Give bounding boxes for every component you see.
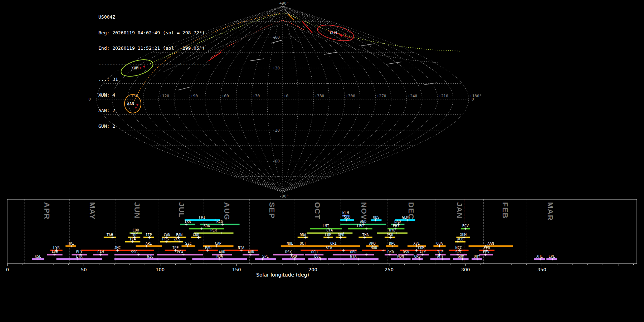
svg-text:+270: +270 [377, 94, 386, 98]
shower-label-COM: COM [418, 246, 424, 250]
shower-label-MON: MON [397, 254, 404, 258]
shower-label-DKD: DKD [387, 250, 394, 254]
shower-label-AND: AND [360, 220, 366, 224]
shower-label-ILE: ILE [437, 250, 444, 254]
shower-label-FAN: FAN [176, 233, 182, 237]
shower-label-ELY: ELY [76, 250, 83, 254]
station-id: US004Z [98, 15, 210, 20]
svg-text:+0: +0 [284, 94, 288, 98]
shower-label-PAU: PAU [205, 246, 211, 250]
month-label-MAY: MAY [88, 202, 97, 220]
shower-label-NTA: NTA [350, 254, 356, 258]
shower-label-OCT: OCT [300, 241, 306, 245]
x-tick-label: 300 [461, 267, 470, 272]
shower-label-SCC: SCC [455, 250, 462, 254]
shower-label-IEA: IEA [130, 237, 136, 241]
shower-label-QUA: QUA [436, 241, 443, 245]
svg-text:+60: +60 [273, 35, 280, 40]
shower-label-AMO: AMO [369, 241, 376, 245]
shower-label-ALY: ALY [420, 250, 426, 254]
meteor-trail [271, 40, 282, 43]
month-label-JUN: JUN [133, 202, 141, 219]
shower-label-SSG: SSG [131, 250, 137, 254]
shower-label-AHY: AHY [437, 254, 444, 258]
radiant-label-GUM: GUM [330, 31, 337, 35]
count-xum: XUM: 4 [98, 93, 210, 98]
shower-label-NIA: NIA [238, 246, 244, 250]
shower-label-TAH: TAH [107, 233, 113, 237]
shower-label-KLM: KLM [342, 211, 349, 215]
svg-text:-30: -30 [273, 128, 280, 133]
shower-label-HYD: HYD [389, 228, 395, 232]
count-unidentified: ...: 31 [98, 77, 210, 82]
shower-label-ETA: ETA [76, 254, 83, 258]
shower-label-CTA: CTA [326, 228, 333, 232]
x-tick-label: 0 [6, 267, 9, 272]
x-tick-label: 150 [232, 267, 241, 272]
shower-label-NCC: NCC [455, 246, 462, 250]
shower-label-SPE: SPE [262, 254, 269, 258]
shower-label-ECV: ECV [462, 224, 469, 228]
shower-label-COR: COR [132, 228, 139, 232]
shower-label-THA: THA [362, 233, 369, 237]
shower-label-EGE: EGE [314, 254, 321, 258]
svg-text:+330: +330 [315, 94, 325, 98]
shower-label-KCG: KCG [216, 220, 223, 224]
meteor-trail [209, 52, 221, 61]
shower-label-IIP: IIP [146, 233, 152, 237]
shower-label-AUR: AUR [248, 250, 255, 254]
shower-label-AVB: AVB [52, 250, 58, 254]
shower-label-FEV: FEV [483, 250, 489, 254]
x-axis-title: Solar longitude (deg) [247, 272, 318, 278]
shower-label-NDA: NDA [216, 254, 223, 258]
shower-label-ZCS: ZCS [174, 237, 180, 241]
month-label-FEB: FEB [501, 202, 509, 219]
shower-label-PER: PER [210, 228, 217, 232]
meteor-trail [324, 52, 337, 54]
shower-label-DSX: DSX [285, 250, 292, 254]
shower-label-CAP: CAP [215, 241, 221, 245]
shower-label-AUD: AUD [219, 250, 225, 254]
shower-label-RPU: RPU [338, 233, 344, 237]
meteor-trail [386, 62, 401, 64]
shower-label-XCB: XCB [457, 237, 463, 241]
shower-label-ARI: ARI [146, 241, 152, 245]
shower-label-NOO: NOO [371, 246, 377, 250]
shower-label-XVI: XVI [414, 241, 420, 245]
shower-label-ARD: ARD [291, 254, 297, 258]
meteor-observation-screen: +180+150+120+90+60+30+0+330+300+270+240+… [0, 0, 644, 322]
shower-label-SDA: SDA [204, 224, 210, 228]
shower-label-SZC: SZC [185, 241, 192, 245]
shower-label-STA: STA [326, 246, 332, 250]
activity-timeline: APRMAYJUNJULAUGSEPOCTNOVDECJANFEBMAR0501… [6, 199, 637, 272]
shower-label-LMI: LMI [323, 224, 329, 228]
month-label-JUL: JUL [177, 202, 186, 218]
shower-label-KSE: KSE [35, 254, 41, 258]
x-tick-label: 100 [156, 267, 165, 272]
shower-label-IRC: IRC [131, 233, 137, 237]
svg-text:+90°: +90° [279, 1, 289, 6]
svg-text:+30: +30 [273, 66, 280, 70]
shower-label-LEO: LEO [357, 224, 364, 228]
observation-header: US004Z Beg: 20260119 04:02:49 (sol = 298… [98, 4, 210, 139]
shower-label-OBS: OBS [373, 215, 379, 219]
shower-label-PCA: PCA [177, 250, 183, 254]
month-label-AUG: AUG [223, 202, 231, 220]
shower-label-OER: OER [350, 250, 357, 254]
svg-text:-60: -60 [273, 159, 280, 164]
shower-label-PPS: PPS [162, 237, 169, 241]
count-aan: AAN: 2 [98, 108, 210, 113]
count-gum: GUM: 2 [98, 124, 210, 129]
shower-label-ORI: ORI [330, 241, 337, 245]
month-label-DEC: DEC [407, 202, 415, 220]
month-label-JAN: JAN [455, 202, 464, 219]
svg-text:+240: +240 [408, 94, 418, 98]
shower-label-DSV: DSV [403, 250, 409, 254]
shower-label-GDR: GDR [193, 233, 200, 237]
shower-label-CAM: CAM [97, 250, 104, 254]
shower-label-NUE: NUE [287, 241, 293, 245]
shower-label-FED: FED [484, 246, 490, 250]
shower-label-AAN: AAN [487, 241, 494, 245]
meteor-trail [250, 59, 264, 61]
begin-time: Beg: 20260119 04:02:49 (sol = 298.72°) [98, 30, 210, 36]
